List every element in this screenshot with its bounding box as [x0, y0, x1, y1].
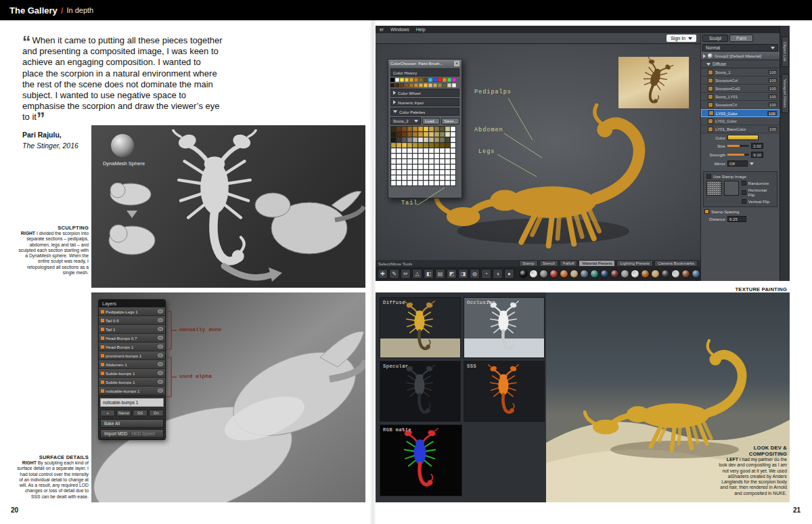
material-sphere-swatch[interactable] — [621, 269, 629, 278]
history-swatch[interactable] — [443, 83, 447, 87]
tab-object-list[interactable]: Object List — [782, 37, 789, 67]
close-icon[interactable]: × — [454, 61, 459, 66]
palette-swatch[interactable] — [418, 159, 423, 164]
paint-layer-row[interactable]: ScorpionCV100 — [701, 101, 780, 109]
palette-swatch[interactable] — [451, 137, 455, 142]
layer-row[interactable]: Subtle-bumps 1 — [99, 369, 165, 378]
sphere-tool-icon[interactable]: ● — [504, 269, 514, 279]
palette-swatch[interactable] — [445, 132, 450, 137]
palette-swatch[interactable] — [397, 170, 401, 175]
palette-swatch[interactable] — [451, 148, 455, 153]
palette-swatch[interactable] — [434, 148, 439, 153]
layer-row[interactable]: Head-Bumps 0.7 — [99, 334, 165, 343]
palette-swatch[interactable] — [413, 143, 418, 148]
visibility-eye-icon[interactable] — [158, 389, 163, 393]
paint-layer-row[interactable]: LY02_Color — [701, 117, 780, 125]
material-sphere-swatch[interactable] — [590, 269, 599, 278]
history-swatch[interactable] — [438, 78, 442, 82]
menu-item-help[interactable]: Help — [416, 27, 426, 32]
tab-viewport-filters[interactable]: Viewport Filters — [782, 74, 789, 113]
palette-swatch[interactable] — [424, 127, 428, 131]
palette-swatch[interactable] — [391, 132, 396, 137]
palette-swatch[interactable] — [418, 143, 423, 148]
palette-swatch[interactable] — [418, 181, 423, 185]
palette-swatch[interactable] — [391, 154, 396, 158]
palette-swatch[interactable] — [418, 148, 423, 153]
palette-swatch[interactable] — [434, 165, 439, 169]
tray-tab-lighting-presets[interactable]: Lighting Presets — [616, 260, 653, 267]
palette-swatch[interactable] — [440, 137, 445, 142]
colorchooser-window[interactable]: ColorChooser: Paint Brush... × Color His… — [388, 59, 462, 198]
palette-swatch[interactable] — [413, 181, 418, 185]
tray-tab-material-presets[interactable]: Material Presets — [579, 260, 615, 267]
material-sphere-swatch[interactable] — [610, 269, 619, 278]
layer-row[interactable]: Tail 0.5 — [99, 316, 165, 325]
palette-swatch[interactable] — [451, 132, 455, 137]
material-sphere-swatch[interactable] — [529, 269, 538, 278]
history-swatch[interactable] — [390, 83, 394, 87]
palette-swatch[interactable] — [424, 148, 428, 153]
palette-swatch[interactable] — [402, 170, 407, 175]
selected-layer-row[interactable]: noticable-bumps 1 — [100, 398, 164, 407]
history-swatch[interactable] — [424, 78, 428, 82]
palette-swatch[interactable] — [445, 127, 450, 131]
history-swatch[interactable] — [452, 83, 456, 87]
palette-swatch[interactable] — [429, 165, 434, 169]
pencil-tool-icon[interactable]: ✏ — [401, 269, 411, 279]
load-palette-button[interactable]: Load... — [422, 118, 440, 125]
visibility-eye-icon[interactable] — [158, 309, 163, 313]
paint-layer-row[interactable]: ScorpionCol100 — [701, 77, 780, 85]
palette-swatch[interactable] — [418, 165, 423, 169]
palette-swatch[interactable] — [440, 170, 445, 175]
palette-swatch[interactable] — [434, 181, 439, 185]
palette-swatch[interactable] — [391, 137, 396, 142]
palette-swatch[interactable] — [451, 143, 455, 148]
palette-swatch[interactable] — [440, 148, 445, 153]
layer-row[interactable]: Pedipalps-Legs 1 — [99, 307, 165, 316]
material-sphere-swatch[interactable] — [539, 269, 548, 278]
palette-swatch[interactable] — [429, 175, 434, 180]
paint-layer-row[interactable]: Scorp_1100 — [701, 68, 780, 77]
palette-swatch[interactable] — [418, 132, 423, 137]
palette-swatch[interactable] — [418, 137, 423, 142]
palette-swatch[interactable] — [402, 175, 407, 180]
history-swatch[interactable] — [447, 83, 451, 87]
layer-row[interactable]: Head-Bumps 1 — [99, 343, 165, 351]
tab-sculpt[interactable]: Sculpt — [702, 35, 728, 42]
palette-swatch[interactable] — [434, 154, 439, 158]
history-swatch[interactable] — [405, 78, 409, 82]
history-swatch[interactable] — [433, 83, 437, 87]
palette-swatch[interactable] — [418, 154, 423, 158]
material-sphere-swatch[interactable] — [671, 269, 680, 278]
material-sphere-swatch[interactable] — [560, 269, 568, 278]
palette-swatch[interactable] — [451, 165, 455, 169]
use-stamp-checkbox[interactable] — [706, 174, 711, 179]
history-swatch[interactable] — [419, 78, 423, 82]
palette-swatch[interactable] — [424, 175, 428, 180]
history-swatch[interactable] — [443, 78, 447, 82]
palette-swatch[interactable] — [407, 170, 412, 175]
palette-swatch[interactable] — [434, 143, 439, 148]
palette-swatch[interactable] — [440, 143, 445, 148]
palette-swatch[interactable] — [424, 137, 428, 142]
paint-layer-row[interactable]: LY01_BaseColor100 — [701, 125, 780, 133]
visibility-eye-icon[interactable] — [158, 345, 163, 349]
history-swatch[interactable] — [447, 78, 451, 82]
import-mdd-button[interactable]: Import MDDHDD Speed — [100, 429, 164, 438]
palette-swatch[interactable] — [445, 137, 450, 142]
palette-swatch[interactable] — [440, 154, 445, 158]
palette-swatch[interactable] — [451, 170, 455, 175]
stamp-image-slot[interactable] — [724, 181, 739, 196]
palette-swatch[interactable] — [440, 181, 445, 185]
palette-swatch[interactable] — [402, 127, 407, 131]
palette-swatch[interactable] — [402, 165, 407, 169]
history-swatch[interactable] — [433, 78, 437, 82]
visibility-eye-icon[interactable] — [158, 318, 163, 322]
palette-swatch[interactable] — [429, 148, 434, 153]
palette-swatch[interactable] — [407, 148, 412, 153]
layer-row[interactable]: Tail 1 — [99, 325, 165, 334]
history-swatch[interactable] — [452, 78, 456, 82]
palette-swatch[interactable] — [424, 159, 428, 164]
palette-swatch[interactable] — [407, 175, 412, 180]
material-sphere-swatch[interactable] — [549, 269, 558, 278]
